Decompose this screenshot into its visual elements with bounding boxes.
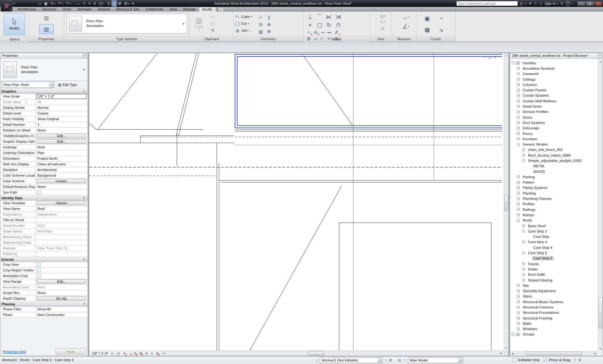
scroll-down-icon[interactable]: ▼ [504,346,508,351]
close-view-icon[interactable]: ✕ [494,56,496,59]
help-icon[interactable]: ? [566,1,570,6]
tree-item-detail-items[interactable]: +Detail Items [510,104,598,109]
save-icon[interactable]: ▣ [43,1,49,6]
tree-expander-icon[interactable]: − [522,241,525,244]
tree-item-curtain-panels[interactable]: +Curtain Panels [510,87,598,93]
tree-item-structural-beam-systems[interactable]: +Structural Beam Systems [510,299,598,304]
tree-expander-icon[interactable]: − [517,219,520,222]
crop-view-icon[interactable]: ⊡✗ [133,351,136,356]
selection-filter-icon[interactable]: ▽ [574,358,576,362]
aligned-dimension-icon[interactable]: ↔▾ [73,1,81,6]
tree-expander-icon[interactable]: + [517,322,520,325]
property-value[interactable] [36,268,88,273]
paste-caret-icon[interactable]: ▾ [198,29,200,31]
scroll-up-icon[interactable]: ▲ [504,53,508,58]
apply-button[interactable]: Apply [56,348,86,355]
tree-item-structural-framing[interactable]: +Structural Framing [510,315,598,321]
tree-item-cant-strip-4[interactable]: Cant Strip 4 [510,245,598,250]
worksharing-display-icon[interactable]: ⊚✗ [156,351,159,356]
undo-icon[interactable]: ↶▾ [57,1,65,6]
tree-item-floors[interactable]: +Floors [510,131,598,136]
tab-massing-site[interactable]: Massing & Site [113,7,142,12]
tree-expander-icon[interactable]: + [517,137,520,140]
property-button[interactable]: <None> [37,201,86,205]
tree-item-windows[interactable]: +Windows [510,326,598,332]
browser-vertical-scrollbar[interactable]: ▲ ▼ ≡ [598,59,603,351]
scroll-right-icon[interactable]: ▶ [593,352,598,355]
view-selector-combo[interactable]: Floor Plan: Roof ▾ [2,82,54,88]
section-header-phasing[interactable]: Phasing« [0,302,88,307]
workset-caret-icon[interactable]: ▾ [378,358,382,363]
property-checkbox[interactable] [37,274,41,278]
align-dim-icon[interactable]: ≣ [333,35,340,42]
design-options-combo[interactable]: Main Model ▾ [408,357,463,363]
scroll-down-icon[interactable]: ▼ [598,346,603,351]
tree-item-railings[interactable]: +Railings [510,207,598,212]
text-icon[interactable]: A [92,1,97,6]
tree-expander-icon[interactable]: + [517,132,520,135]
tree-expander-icon[interactable]: + [517,208,520,211]
tree-item-parking[interactable]: +Parking [510,174,598,179]
edit-type-button[interactable]: ▦ Edit Type [56,82,79,88]
measure-icon[interactable]: ↔▾ [396,14,416,21]
mirror-draw-axis-icon[interactable]: ⋊ [334,13,343,21]
tab-architecture[interactable]: Architecture [14,7,39,12]
property-value[interactable]: New Construction [36,312,88,318]
property-button[interactable]: Edit... [37,279,86,284]
property-checkbox[interactable] [37,263,41,267]
unjoin-icon[interactable]: ⊗ [265,21,273,28]
tree-expander-icon[interactable]: + [517,203,520,206]
property-value[interactable]: <none> [36,179,88,184]
tree-expander-icon[interactable]: + [522,224,525,227]
angular-dimension-icon-caret[interactable]: ▾ [408,25,410,28]
visual-style-icon[interactable]: ◳ [117,351,120,356]
unpin-icon[interactable]: ⊷ [326,29,333,35]
section-icon[interactable]: ⊘ [106,1,111,6]
tree-item-curtain-systems[interactable]: +Curtain Systems [510,93,598,98]
tree-item-furniture[interactable]: +Furniture [510,136,598,142]
close-hidden-windows-icon[interactable]: ⊠ [117,1,122,6]
tab-annotate[interactable]: Annotate [74,7,95,12]
property-button[interactable]: <none> [37,179,86,183]
tree-item-casework[interactable]: +Casework [510,71,598,77]
tree-item-roofs[interactable]: −Roofs [510,218,598,223]
linework-icon[interactable]: ✎▾ [374,20,392,25]
tree-expander-icon[interactable]: + [517,72,520,75]
tab-manage[interactable]: Manage [180,7,199,12]
join-geometry-button-caret[interactable]: ▾ [249,29,250,32]
tree-item-pattern[interactable]: +Pattern [510,180,598,185]
press-drag-checkbox[interactable]: ✓ [543,358,547,362]
tree-item-roof-access-hatch-5884[interactable]: +Roof_Access_Hatch_5884 [510,153,598,158]
tree-expander-icon[interactable]: + [522,279,525,281]
tree-item-stairs[interactable]: +Stairs [510,294,598,299]
collapse-chevron-icon[interactable]: « [83,197,86,199]
open-icon[interactable]: ▱ [37,1,42,6]
tree-expander-icon[interactable]: − [517,143,520,146]
property-value[interactable]: Roof [36,206,88,211]
cope-button-caret[interactable]: ▾ [251,15,252,18]
tree-expander-icon[interactable]: + [517,127,520,130]
canvas-hscroll-thumb[interactable] [308,351,324,356]
tree-item-entourage[interactable]: +Entourage [510,126,598,131]
tab-analyze[interactable]: Analyze [95,7,113,12]
copy-to-clipboard-icon[interactable]: ▢ [211,21,215,26]
sync-with-central-icon[interactable]: ↻▾ [49,1,57,6]
cut-geometry-button[interactable]: ◯Cut▾ [235,20,252,27]
properties-palette-titlebar[interactable]: Properties ✕ [0,53,88,59]
tree-expander-icon[interactable]: + [517,67,520,70]
tree-item-roof-soffit[interactable]: +Roof Soffit [510,272,598,277]
sun-path-off-icon[interactable]: ☀✗ [123,351,126,356]
tree-expander-icon[interactable]: + [517,110,520,113]
family-types-button[interactable]: ▦ [39,13,54,23]
restore-view-icon[interactable]: ◱ [488,56,491,59]
offset-icon[interactable]: ⌒ [315,13,324,21]
property-value[interactable]: Show Original [36,116,88,122]
trim-extend-multiple-icon[interactable]: ⊨ [326,35,333,42]
tree-item-families[interactable]: −▤Families [510,60,598,66]
editable-elements-icon[interactable]: ◔ [384,358,387,362]
trim-extend-corner-icon[interactable]: ⊓ [334,21,343,29]
tree-item-cant-strip[interactable]: Cant Strip [510,234,598,239]
sign-in-icon[interactable]: ☺ [539,1,543,6]
exchange-apps-icon[interactable]: X [561,1,563,6]
trim-extend-single-icon[interactable]: ⊢ [319,35,326,42]
